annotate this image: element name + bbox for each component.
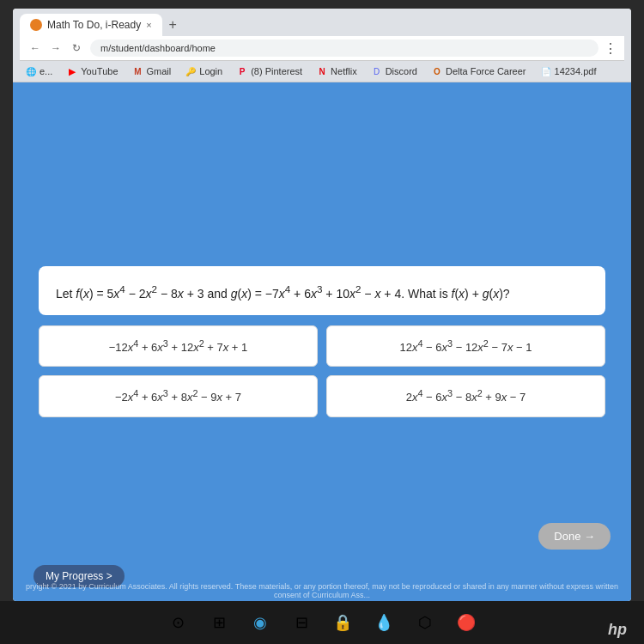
login-icon: 🔑 (185, 65, 197, 77)
refresh-btn[interactable]: ↻ (68, 39, 85, 57)
question-card: Let f(x) = 5x4 − 2x2 − 8x + 3 and g(x) =… (39, 266, 605, 315)
copyright-footer: pryight © 2021 by Curriculum Associates.… (13, 582, 631, 599)
taskbar-files[interactable]: ⊞ (205, 609, 233, 636)
answer-choice-3[interactable]: −2x4 + 6x3 + 8x2 − 9x + 7 (39, 375, 318, 416)
bookmark-login-label: Login (199, 66, 222, 76)
taskbar-app1[interactable]: ⬡ (411, 609, 439, 636)
bookmark-gmail[interactable]: M Gmail (127, 64, 177, 79)
bookmark-pinterest[interactable]: P (8) Pinterest (231, 64, 307, 79)
address-input[interactable] (90, 39, 598, 57)
taskbar-explorer[interactable]: ⊟ (288, 609, 315, 636)
taskbar-chrome[interactable]: 🔴 (453, 609, 480, 636)
bookmark-deltaforce-label: Delta Force Career (446, 66, 526, 76)
browser-menu-btn[interactable]: ⋮ (604, 40, 617, 57)
answers-grid: −12x4 + 6x3 + 12x2 + 7x + 1 12x4 − 6x3 −… (39, 325, 605, 417)
question-text: Let f(x) = 5x4 − 2x2 − 8x + 3 and g(x) =… (56, 282, 588, 303)
tab-favicon (30, 19, 42, 31)
address-bar-row: ← → ↻ ⋮ (20, 36, 624, 61)
bookmark-pdf[interactable]: 📄 14234.pdf (535, 64, 602, 79)
answer-choice-2[interactable]: 12x4 − 6x3 − 12x2 − 7x − 1 (326, 325, 605, 367)
back-btn[interactable]: ← (27, 39, 44, 57)
bookmark-deltaforce[interactable]: O Delta Force Career (426, 64, 532, 79)
answer-choice-4[interactable]: 2x4 − 6x3 − 8x2 + 9x − 7 (326, 375, 605, 416)
gmail-icon: M (132, 65, 144, 77)
taskbar-lock[interactable]: 🔒 (329, 609, 356, 636)
discord-icon: D (371, 65, 383, 77)
bookmark-discord[interactable]: D Discord (366, 64, 422, 79)
tab-bar: Math To Do, i-Ready × + (20, 14, 624, 36)
answer-choice-1[interactable]: −12x4 + 6x3 + 12x2 + 7x + 1 (39, 325, 318, 367)
hp-logo: hp (608, 621, 627, 639)
netflix-icon: N (316, 65, 328, 77)
done-button[interactable]: Done → (538, 523, 611, 550)
laptop-body: Math To Do, i-Ready × + ← → ↻ ⋮ 🌐 e... (0, 0, 644, 644)
taskbar: ⊙ ⊞ ◉ ⊟ 🔒 💧 ⬡ 🔴 hp (0, 601, 644, 644)
new-tab-btn[interactable]: + (162, 14, 184, 36)
bookmark-login[interactable]: 🔑 Login (179, 64, 228, 79)
taskbar-search[interactable]: ⊙ (164, 609, 191, 636)
pinterest-icon: P (236, 65, 248, 77)
bookmark-e-icon: 🌐 (25, 65, 37, 77)
tab-title: Math To Do, i-Ready (47, 19, 141, 31)
bookmark-discord-label: Discord (386, 66, 417, 76)
bookmark-youtube[interactable]: ▶ YouTube (61, 64, 123, 79)
tab-close-btn[interactable]: × (146, 20, 151, 30)
bookmark-e[interactable]: 🌐 e... (20, 64, 58, 79)
nav-buttons: ← → ↻ (27, 39, 85, 57)
taskbar-edge[interactable]: ◉ (246, 609, 274, 636)
active-tab[interactable]: Math To Do, i-Ready × (20, 14, 162, 36)
bookmark-netflix[interactable]: N Netflix (311, 64, 362, 79)
forward-btn[interactable]: → (47, 39, 64, 57)
bookmarks-bar: 🌐 e... ▶ YouTube M Gmail 🔑 Login P (8) P… (13, 61, 631, 82)
browser-chrome: Math To Do, i-Ready × + ← → ↻ ⋮ (13, 9, 631, 61)
bookmark-netflix-label: Netflix (331, 66, 357, 76)
bookmark-youtube-label: YouTube (81, 66, 118, 76)
bookmark-e-label: e... (39, 66, 52, 76)
bookmark-gmail-label: Gmail (147, 66, 172, 76)
pdf-icon: 📄 (540, 65, 552, 77)
bookmark-pinterest-label: (8) Pinterest (251, 66, 302, 76)
bookmark-pdf-label: 14234.pdf (555, 66, 597, 76)
deltaforce-icon: O (431, 65, 443, 77)
browser-screen: Math To Do, i-Ready × + ← → ↻ ⋮ 🌐 e... (13, 9, 631, 601)
taskbar-dropbox[interactable]: 💧 (370, 609, 398, 636)
page-content: Let f(x) = 5x4 − 2x2 − 8x + 3 and g(x) =… (13, 82, 631, 601)
youtube-icon: ▶ (66, 65, 78, 77)
